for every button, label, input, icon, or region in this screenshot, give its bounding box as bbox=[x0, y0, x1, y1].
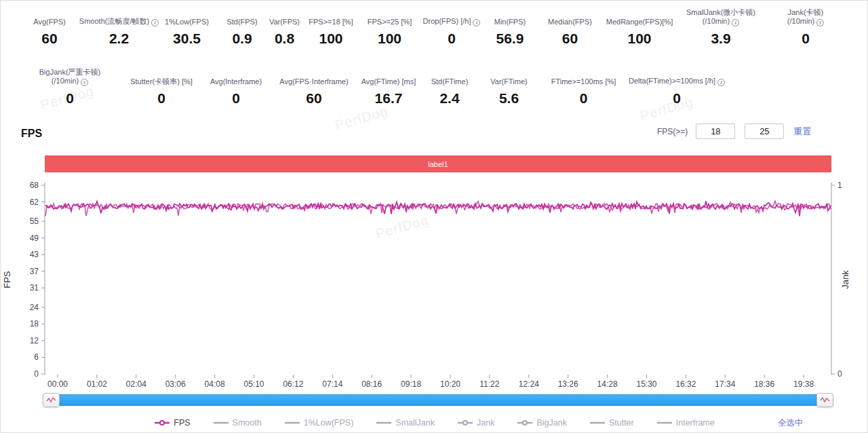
y-axis-tick-label: 68 bbox=[30, 181, 39, 190]
info-icon[interactable] bbox=[81, 79, 88, 86]
legend-item-1-low-fps-[interactable]: 1%Low(FPS) bbox=[285, 418, 354, 428]
legend-item-jank[interactable]: Jank bbox=[458, 418, 494, 428]
legend-item-interframe[interactable]: Interframe bbox=[657, 418, 715, 428]
perfdog-watermark: PerfDog bbox=[333, 103, 390, 133]
metric-label-text2: (/10min) bbox=[52, 77, 88, 86]
y-axis-tick-label: 18 bbox=[30, 319, 39, 328]
y-axis-tick-label: 24 bbox=[30, 303, 39, 312]
metric-value: 0 bbox=[580, 90, 588, 107]
legend-label: Jank bbox=[477, 418, 494, 428]
metric-fps-ge-18: FPS>=18 [%]100 bbox=[304, 6, 358, 47]
y-axis-right-tick-label: 0 bbox=[837, 369, 842, 379]
metric-fps-ge-25: FPS>=25 [%]100 bbox=[358, 6, 421, 47]
metric-stutter: Stutter(卡顿率) [%]0 bbox=[124, 66, 199, 107]
info-icon[interactable] bbox=[717, 79, 725, 86]
metric-label-text: Min(FPS) bbox=[494, 18, 526, 26]
metric-jank: Jank(卡顿)(/10min)0 bbox=[765, 6, 846, 47]
metric-label: FTime>=100ms [%] bbox=[551, 66, 616, 86]
reset-button[interactable]: 重置 bbox=[793, 126, 811, 138]
legend-label: 1%Low(FPS) bbox=[304, 418, 354, 428]
metric-label-text: 1%Low(FPS) bbox=[165, 18, 209, 26]
metric-avg-fps: Avg(FPS)60 bbox=[16, 6, 83, 47]
metric-drop-fps: Drop(FPS) [/h]0 bbox=[421, 6, 482, 47]
fps-chart-canvas[interactable]: 68625549433731241812601000:0001:0202:040… bbox=[1, 178, 868, 393]
y-axis-right-tick-label: 1 bbox=[837, 181, 842, 190]
metric-label: Avg(FPS) bbox=[33, 6, 65, 26]
annotation-banner: label1 bbox=[45, 155, 831, 172]
legend-item-stutter[interactable]: Stutter bbox=[590, 418, 634, 428]
metric-label: Avg(Interframe) bbox=[210, 66, 262, 86]
metrics-row-1: Avg(FPS)60Smooth(流畅度/帧数)2.21%Low(FPS)30.… bbox=[16, 6, 846, 47]
y-axis-tick-label: 0 bbox=[34, 369, 39, 379]
fps-threshold2-input[interactable] bbox=[745, 124, 784, 139]
metric-value: 60 bbox=[562, 31, 578, 47]
legend-item-smalljank[interactable]: SmallJank bbox=[376, 418, 435, 428]
x-axis-tick-label: 05:10 bbox=[243, 379, 264, 389]
info-icon[interactable] bbox=[732, 19, 739, 26]
metric-value: 0 bbox=[448, 31, 456, 47]
metric-std-ftime: Std(FTime)2.4 bbox=[422, 66, 477, 107]
metric-label-text: Delta(FTime)>=100ms [/h] bbox=[629, 77, 725, 86]
x-axis-tick-label: 06:12 bbox=[283, 379, 303, 389]
x-axis-tick-label: 16:32 bbox=[675, 379, 696, 389]
x-axis-tick-label: 19:38 bbox=[793, 379, 814, 389]
metric-label-text: Median(FPS) bbox=[548, 18, 592, 26]
metric-avg-ftime: Avg(FTime) [ms]16.7 bbox=[355, 66, 422, 107]
x-axis-tick-label: 15:30 bbox=[636, 379, 656, 389]
metric-ftime-ge-100ms: FTime>=100ms [%]0 bbox=[541, 66, 626, 107]
chart-range-scrollbar[interactable] bbox=[45, 394, 831, 406]
metric-label: BigJank(严重卡顿)(/10min) bbox=[39, 66, 100, 86]
select-all-link[interactable]: 全选中 bbox=[778, 417, 804, 429]
fps-threshold1-input[interactable] bbox=[696, 124, 735, 139]
legend-item-bigjank[interactable]: BigJank bbox=[517, 418, 566, 428]
metric-label: Stutter(卡顿率) [%] bbox=[130, 66, 193, 86]
metric-value: 60 bbox=[41, 31, 57, 47]
info-icon[interactable] bbox=[816, 19, 824, 26]
metric-var-fps: Var(FPS)0.8 bbox=[265, 6, 304, 47]
y-axis-tick-label: 62 bbox=[30, 197, 39, 207]
info-icon[interactable] bbox=[473, 19, 480, 26]
metric-smalljank: SmallJank(微小卡顿)(/10min)3.9 bbox=[677, 6, 765, 47]
x-axis-tick-label: 12:24 bbox=[519, 379, 539, 389]
metric-bigjank: BigJank(严重卡顿)(/10min)0 bbox=[16, 66, 124, 107]
x-axis-tick-label: 18:36 bbox=[754, 379, 774, 389]
metric-value: 60 bbox=[306, 90, 321, 107]
metric-label-text: Std(FTime) bbox=[431, 77, 469, 86]
metric-label-text: Avg(FPS) bbox=[33, 18, 65, 26]
legend-marker-icon bbox=[458, 419, 473, 426]
legend-marker-icon bbox=[214, 419, 229, 426]
legend-marker-icon bbox=[376, 419, 391, 426]
y-axis-tick-label: 55 bbox=[30, 216, 39, 226]
metric-label: FPS>=25 [%] bbox=[368, 6, 412, 26]
x-axis-tick-label: 08:16 bbox=[361, 379, 382, 389]
legend-label: Smooth bbox=[233, 418, 262, 428]
metric-label-text: Stutter(卡顿率) [%] bbox=[130, 77, 193, 86]
fps-line-series-density bbox=[45, 201, 831, 216]
metric-value: 0.8 bbox=[275, 31, 294, 47]
metric-label-text: MedRange(FPS)[%] bbox=[606, 18, 673, 26]
metric-std-fps: Std(FPS)0.9 bbox=[219, 6, 265, 47]
scrollbar-handle-left[interactable] bbox=[43, 393, 60, 407]
metric-value: 100 bbox=[319, 31, 342, 47]
legend-item-fps[interactable]: FPS bbox=[155, 418, 190, 428]
metric-label-text: Jank(卡顿) bbox=[788, 8, 824, 17]
metric-label: Min(FPS) bbox=[494, 6, 526, 26]
chart-legend: FPSSmooth1%Low(FPS)SmallJankJankBigJankS… bbox=[1, 415, 868, 430]
legend-label: SmallJank bbox=[395, 418, 435, 428]
metric-value: 5.6 bbox=[499, 90, 519, 107]
x-axis-tick-label: 02:04 bbox=[126, 379, 146, 389]
metric-label-text: Drop(FPS) [/h] bbox=[423, 17, 481, 26]
fps-section-title: FPS bbox=[21, 128, 42, 140]
metric-median-fps: Median(FPS)60 bbox=[538, 6, 602, 47]
metrics-row-2: BigJank(严重卡顿)(/10min)0Stutter(卡顿率) [%]0A… bbox=[16, 66, 728, 107]
metric-label: Var(FPS) bbox=[269, 6, 300, 26]
metric-value: 0 bbox=[232, 90, 240, 107]
scrollbar-handle-right[interactable] bbox=[816, 393, 833, 407]
metric-label: Avg(FPS·Interframe) bbox=[279, 66, 348, 86]
metric-low1pct-fps: 1%Low(FPS)30.5 bbox=[155, 6, 219, 47]
metric-value: 2.4 bbox=[439, 90, 459, 107]
legend-marker-icon bbox=[285, 419, 300, 426]
metric-value: 100 bbox=[627, 31, 651, 47]
y-axis-tick-label: 37 bbox=[30, 267, 39, 276]
legend-item-smooth[interactable]: Smooth bbox=[214, 418, 262, 428]
